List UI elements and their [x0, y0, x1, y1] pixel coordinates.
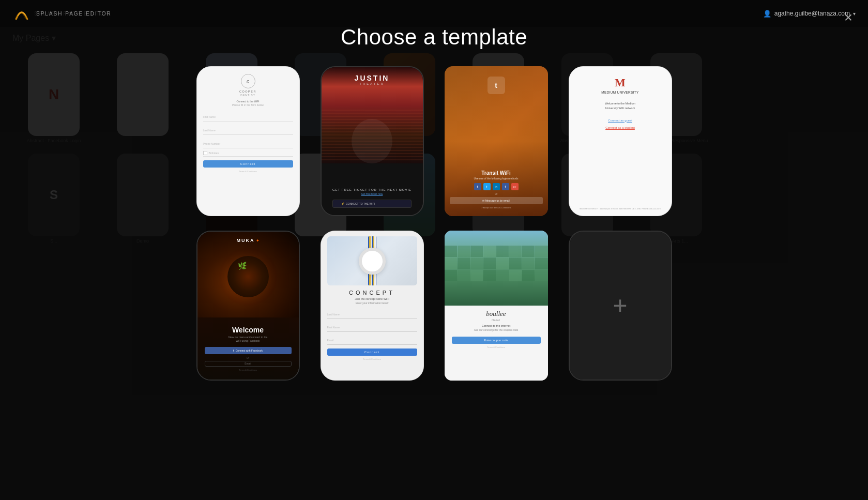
t1-terms: Terms & Conditions — [239, 170, 257, 173]
t6-terms: Terms & Conditions — [363, 358, 381, 360]
t1-field-firstname: First Name — [203, 111, 293, 122]
t2-brand: JUSTIN — [355, 74, 390, 82]
t1-field-lastname: Last Name — [203, 124, 293, 135]
t3-google-icon[interactable]: g+ — [511, 183, 519, 190]
t6-brand: CONCEPT — [349, 290, 395, 296]
template-add-new[interactable]: + — [569, 231, 672, 381]
user-chevron: ▾ — [853, 11, 856, 17]
add-plus-icon: + — [613, 293, 627, 318]
t6-field-fn: First Name — [327, 321, 417, 332]
t1-sub: DENTIST — [240, 94, 255, 97]
t5-fb-btn[interactable]: f Connect with Facebook — [205, 347, 292, 354]
t4-link1[interactable]: Connect as guest — [608, 119, 632, 122]
template-transit-wifi[interactable]: t Transit WiFi Use one of the following … — [445, 66, 548, 216]
t5-welcome: Welcome — [232, 326, 264, 334]
template-muka[interactable]: MUKA ✦ 🌿 Welcome View our menu and conne… — [196, 231, 300, 381]
t3-desc: Use one of the following login methods — [450, 177, 543, 180]
user-email: agathe.guilbe@tanaza.com — [774, 10, 850, 17]
t1-connect-btn[interactable]: Connect — [203, 160, 293, 168]
logo-area: SPLASH PAGE EDITOR — [12, 4, 112, 23]
t3-fb2-icon[interactable]: f — [502, 183, 509, 190]
t5-food-bg: 🌿 — [197, 232, 299, 317]
t3-linkedin-icon[interactable]: in — [493, 183, 500, 190]
t1-field-birthdate: Birthdate — [203, 151, 293, 157]
t3-logo: t — [488, 77, 505, 94]
t7-terms: Terms & Conditions — [487, 346, 505, 349]
t6-field-ln: Last Name — [327, 308, 417, 319]
t5-food-circle — [227, 256, 269, 297]
t7-tagline: Connect to the internet — [482, 324, 511, 327]
modal-overlay: SPLASH PAGE EDITOR 👤 agathe.guilbe@tanaz… — [0, 0, 868, 500]
user-icon: 👤 — [763, 10, 771, 18]
t7-coupon-btn[interactable]: Enter coupon code — [452, 337, 541, 344]
t4-logo: M — [615, 76, 626, 89]
t7-building — [445, 231, 548, 306]
t7-bottom: boullee Hotel Connect to the internet As… — [445, 306, 548, 381]
template-justin-theater[interactable]: JUSTIN THEATER GET FREE TICKET FOR THE N… — [321, 66, 424, 216]
t5-bottom: Welcome View our menu and connect to the… — [197, 317, 299, 380]
t4-uni-name: MEDIUM UNIVERSITY — [601, 90, 638, 94]
t3-or: Or — [450, 192, 543, 195]
t2-screen — [352, 119, 392, 163]
user-info-area: 👤 agathe.guilbe@tanaza.com ▾ — [763, 10, 856, 18]
template-medium-university[interactable]: M MEDIUM UNIVERSITY Welcome to the Mediu… — [569, 66, 672, 216]
t5-star: ✦ — [256, 238, 260, 243]
t6-watch-area — [327, 236, 417, 285]
t3-social-icons: f t in f g+ — [450, 183, 543, 190]
t1-field-phone: Phone Number — [203, 138, 293, 148]
t6-desc: Enter your information below — [356, 301, 389, 305]
t5-or: Or — [247, 356, 250, 359]
t2-connect-btn[interactable]: ⚡CONNECT TO THE WIFI — [332, 200, 412, 208]
t5-email-btn[interactable]: Email — [205, 361, 292, 367]
t3-facebook-icon[interactable]: f — [474, 183, 481, 190]
template-boullee-hotel[interactable]: boullee Hotel Connect to the internet As… — [445, 231, 548, 381]
t3-email-btn[interactable]: ✉ Message us by email — [450, 197, 543, 204]
t4-welcome: Welcome to the MediumUniversity WiFi net… — [605, 101, 635, 111]
t5-logo-area: MUKA ✦ — [237, 238, 260, 243]
logo-svg — [12, 4, 31, 23]
t1-tagline: Connect to the WiFi — [237, 100, 260, 103]
t7-grid — [445, 246, 548, 306]
t2-promo: GET FREE TICKET FOR THE NEXT MOVIE — [332, 188, 412, 191]
t5-desc: View our menu and connect to theWiFi usi… — [229, 336, 268, 343]
t5-terms: Terms & Conditions — [239, 369, 257, 371]
t3-title: Transit WiFi — [450, 170, 543, 176]
t7-brand: boullee — [486, 310, 506, 318]
t2-link: Get free ticket now — [332, 192, 412, 195]
close-button[interactable]: × — [844, 10, 852, 25]
t5-herb: 🌿 — [238, 262, 247, 270]
modal-title: Choose a template — [341, 25, 527, 50]
t6-connect-btn[interactable]: Connect — [327, 349, 417, 356]
templates-grid: c COOPER DENTIST Connect to the WiFi Ple… — [186, 66, 682, 381]
t5-brand: MUKA — [237, 238, 255, 243]
t3-terms: ✓ Accept our terms & Conditions — [450, 206, 543, 209]
t1-brand: COOPER — [239, 90, 256, 93]
t6-tagline: Join the concept store WiFi — [355, 297, 389, 300]
t2-theater: THEATER — [355, 82, 390, 85]
template-concept[interactable]: CONCEPT Join the concept store WiFi Ente… — [321, 231, 424, 381]
t6-field-email: Email — [327, 334, 417, 345]
t3-content: Transit WiFi Use one of the following lo… — [445, 170, 548, 209]
t3-twitter-icon[interactable]: t — [483, 183, 491, 190]
t7-desc: Ask our concierge for the coupon code — [474, 328, 519, 332]
t2-title-area: JUSTIN THEATER — [355, 74, 390, 85]
t4-footer: MEDIUM UNIVERSITY · 440 UNIQUE STREET, S… — [572, 208, 668, 210]
t2-bottom: GET FREE TICKET FOR THE NEXT MOVIE Get f… — [332, 188, 412, 208]
t1-desc: Please fill in the form below — [232, 103, 264, 107]
template-cooper-dentist[interactable]: c COOPER DENTIST Connect to the WiFi Ple… — [196, 66, 300, 216]
app-title: SPLASH PAGE EDITOR — [36, 11, 112, 17]
t1-logo-circle: c — [241, 74, 255, 88]
t6-watch-face — [359, 248, 386, 275]
t4-link2[interactable]: Connect as a student — [605, 126, 635, 129]
modal-top-bar: SPLASH PAGE EDITOR 👤 agathe.guilbe@tanaz… — [0, 0, 868, 27]
t7-hotel: Hotel — [492, 319, 500, 322]
